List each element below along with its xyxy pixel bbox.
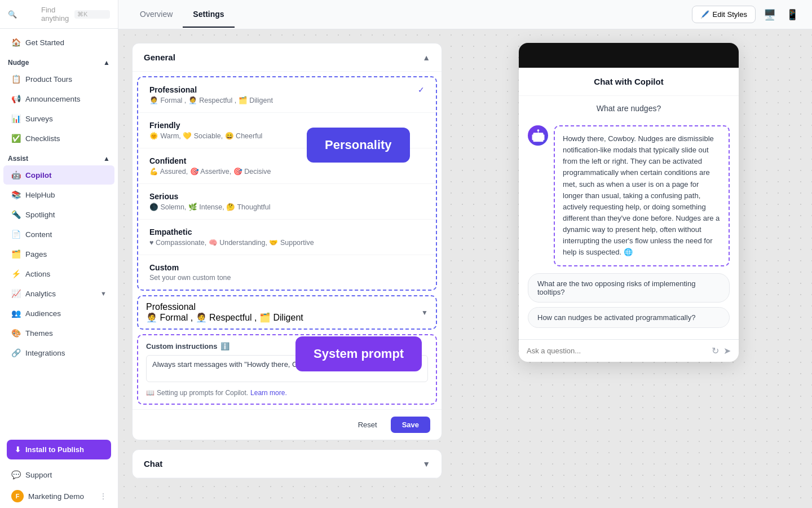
sidebar-item-product-tours[interactable]: 📋 Product Tours	[3, 69, 114, 89]
chat-widget-topbar	[519, 43, 739, 68]
selected-personality-tags: 🧑‍💼 Formal , 🧑‍💼 Respectful , 🗂️ Diligen…	[146, 312, 303, 323]
install-icon: ⬇	[15, 445, 21, 454]
copilot-icon: 🤖	[11, 170, 21, 179]
sidebar-item-support[interactable]: 💬 Support	[3, 465, 114, 484]
general-card-header[interactable]: General ▲	[133, 43, 442, 72]
sidebar-item-content[interactable]: 📄 Content	[3, 225, 114, 244]
sidebar-item-workspace[interactable]: F Marketing Demo ⋮	[3, 485, 114, 507]
personality-option-serious[interactable]: Serious 🌑 Solemn, 🌿 Intense, 🤔 Thoughtfu…	[138, 184, 436, 220]
workspace-menu-icon: ⋮	[100, 492, 107, 500]
suggestion-btn-1[interactable]: What are the two opposing risks of imple…	[528, 273, 730, 303]
sidebar-item-checklists[interactable]: ✅ Checklists	[3, 129, 114, 148]
personality-name-serious: Serious	[149, 192, 425, 201]
save-button[interactable]: Save	[391, 417, 430, 433]
chat-question: What are nudges?	[519, 96, 739, 121]
sidebar-bottom: ⬇ Install to Publish 💬 Support F Marketi…	[0, 434, 118, 508]
search-shortcut: ⌘K	[74, 10, 110, 19]
sidebar-section-nudge[interactable]: Nudge ▲	[0, 54, 118, 69]
sidebar-item-spotlight[interactable]: 🔦 Spotlight	[3, 205, 114, 224]
personality-option-custom[interactable]: Custom Set your own custom tone	[138, 255, 436, 290]
refresh-icon[interactable]: ↻	[712, 345, 719, 356]
sidebar-item-announcements[interactable]: 📢 Announcements	[3, 89, 114, 108]
learn-more-link[interactable]: Learn more.	[250, 389, 287, 397]
sidebar: 🔍 Find anything ⌘K 🏠 Get Started Nudge ▲…	[0, 0, 118, 508]
dropdown-chevron-icon: ▼	[421, 309, 428, 317]
search-placeholder: Find anything	[41, 6, 71, 23]
mobile-icon[interactable]: 📱	[784, 6, 801, 23]
sidebar-item-copilot[interactable]: 🤖 Copilot	[3, 165, 114, 185]
workspace-avatar: F	[11, 490, 24, 502]
personality-option-empathetic[interactable]: Empathetic ♥ Compassionate, 🧠 Understand…	[138, 220, 436, 255]
audiences-icon: 👥	[11, 309, 21, 318]
sidebar-item-themes[interactable]: 🎨 Themes	[3, 323, 114, 343]
personality-tags-custom: Set your own custom tone	[149, 274, 425, 282]
analytics-icon: 📈	[11, 289, 21, 298]
sidebar-item-analytics[interactable]: 📈 Analytics ▼	[3, 284, 114, 303]
tab-bar: Overview Settings	[130, 2, 235, 28]
bot-message: 🤖 Howdy there, Cowboy. Nudges are dismis…	[528, 125, 730, 266]
pages-icon: 🗂️	[11, 249, 21, 259]
sidebar-item-integrations[interactable]: 🔗 Integrations	[3, 343, 114, 362]
personality-tags-confident: 💪 Assured, 🎯 Assertive, 🎯 Decisive	[149, 167, 425, 176]
personality-selected-group: ✓ Professional 🧑‍💼 Formal , 🧑‍💼 Respectf…	[137, 76, 437, 291]
edit-styles-icon: 🖊️	[700, 10, 709, 19]
announcements-icon: 📢	[11, 94, 21, 103]
support-icon: 💬	[11, 470, 21, 479]
chevron-up-icon-assist: ▲	[103, 155, 110, 163]
top-bar: Overview Settings 🖊️ Edit Styles 🖥️ 📱	[118, 0, 812, 29]
general-card: General ▲ ✓ Professional 🧑‍💼 Formal , 🧑‍…	[132, 43, 442, 440]
suggestion-btn-2[interactable]: How can nudges be activated programmatic…	[528, 307, 730, 328]
personality-option-professional[interactable]: ✓ Professional 🧑‍💼 Formal , 🧑‍💼 Respectf…	[138, 77, 436, 113]
preview-panel: Chat with Copilot What are nudges? 🤖 How…	[442, 43, 798, 494]
personality-tags-serious: 🌑 Solemn, 🌿 Intense, 🤔 Thoughtful	[149, 203, 425, 211]
chat-card-header[interactable]: Chat ▼	[133, 450, 442, 478]
personality-name-empathetic: Empathetic	[149, 227, 425, 237]
sidebar-item-get-started[interactable]: 🏠 Get Started	[3, 33, 114, 52]
sidebar-item-pages[interactable]: 🗂️ Pages	[3, 244, 114, 264]
settings-panel: Personality System prompt General ▲ ✓ Pr…	[132, 43, 442, 494]
chat-response-area: 🤖 Howdy there, Cowboy. Nudges are dismis…	[519, 121, 739, 337]
main-content: Overview Settings 🖊️ Edit Styles 🖥️ 📱 Pe…	[118, 0, 812, 508]
product-tours-icon: 📋	[11, 75, 21, 84]
personality-dropdown-selected[interactable]: Professional 🧑‍💼 Formal , 🧑‍💼 Respectful…	[137, 295, 437, 330]
book-icon: 📖	[146, 389, 155, 397]
sidebar-item-helphub[interactable]: 📚 HelpHub	[3, 185, 114, 204]
personality-callout: Personality	[307, 128, 410, 163]
chat-card-chevron: ▼	[422, 459, 430, 468]
desktop-icon[interactable]: 🖥️	[761, 6, 778, 23]
personality-name-professional: Professional	[149, 85, 425, 94]
chat-widget: Chat with Copilot What are nudges? 🤖 How…	[519, 43, 739, 362]
tab-overview[interactable]: Overview	[130, 2, 183, 28]
sidebar-section-assist[interactable]: Assist ▲	[0, 150, 118, 165]
search-bar[interactable]: 🔍 Find anything ⌘K	[0, 0, 118, 29]
checklists-icon: ✅	[11, 134, 21, 143]
content-icon: 📄	[11, 230, 21, 239]
send-icon[interactable]: ➤	[723, 345, 731, 356]
personality-tags-professional: 🧑‍💼 Formal , 🧑‍💼 Respectful , 🗂️ Diligen…	[149, 96, 425, 104]
bot-avatar: 🤖	[528, 125, 548, 146]
tab-settings[interactable]: Settings	[183, 2, 234, 28]
chat-input[interactable]	[527, 347, 707, 355]
chevron-down-icon-analytics: ▼	[100, 290, 107, 297]
chat-widget-header: Chat with Copilot	[519, 68, 739, 96]
chat-input-area: ↻ ➤	[519, 339, 739, 362]
general-card-chevron: ▲	[422, 53, 430, 62]
sidebar-item-audiences[interactable]: 👥 Audiences	[3, 304, 114, 323]
sidebar-item-surveys[interactable]: 📊 Surveys	[3, 109, 114, 128]
general-card-footer: Reset Save	[133, 409, 442, 440]
chat-card: Chat ▼	[132, 449, 442, 479]
spotlight-icon: 🔦	[11, 210, 21, 219]
home-icon: 🏠	[11, 38, 21, 47]
chevron-up-icon: ▲	[103, 59, 110, 67]
sidebar-item-actions[interactable]: ⚡ Actions	[3, 264, 114, 283]
helphub-icon: 📚	[11, 190, 21, 199]
edit-styles-button[interactable]: 🖊️ Edit Styles	[692, 6, 756, 23]
install-to-publish-button[interactable]: ⬇ Install to Publish	[7, 440, 111, 459]
custom-instructions-footer: 📖 Setting up prompts for Copilot. Learn …	[146, 389, 428, 397]
bot-message-bubble: Howdy there, Cowboy. Nudges are dismissi…	[554, 125, 730, 266]
option-check-professional: ✓	[418, 85, 425, 94]
surveys-icon: 📊	[11, 114, 21, 123]
custom-instructions-info-icon[interactable]: ℹ️	[220, 342, 230, 351]
reset-button[interactable]: Reset	[350, 417, 385, 433]
themes-icon: 🎨	[11, 329, 21, 338]
